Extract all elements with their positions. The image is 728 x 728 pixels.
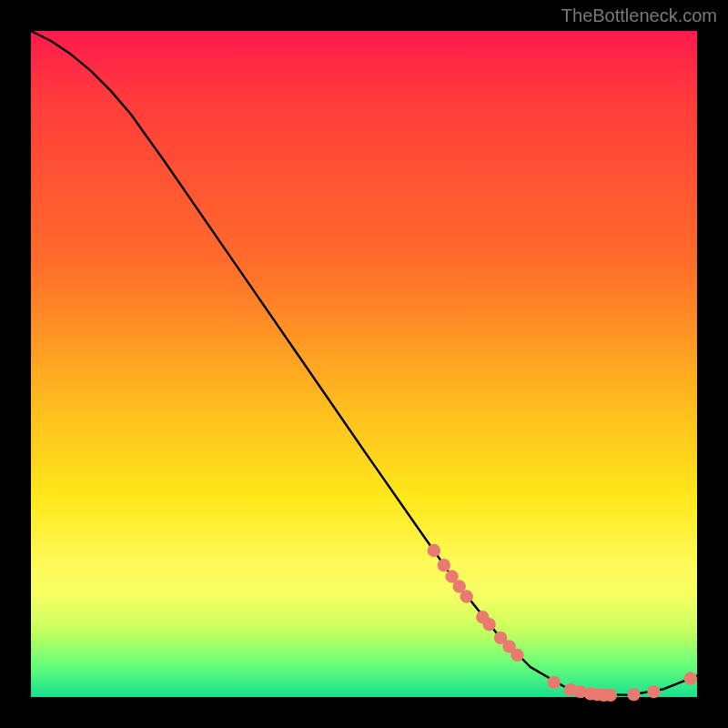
data-dot (438, 559, 450, 571)
data-dot (460, 590, 473, 602)
plot-area (31, 31, 697, 697)
bottleneck-curve (31, 31, 697, 695)
data-dot (627, 688, 640, 701)
data-dot (482, 618, 495, 631)
data-dot (647, 685, 660, 698)
data-dots-group (428, 544, 697, 702)
data-dot (604, 689, 617, 702)
data-dot (511, 649, 523, 662)
data-dot (547, 676, 560, 689)
data-dot (428, 544, 440, 557)
watermark-text: TheBottleneck.com (561, 5, 717, 26)
chart-frame: TheBottleneck.com (0, 0, 728, 728)
data-dot (684, 672, 697, 684)
chart-svg (31, 31, 697, 697)
